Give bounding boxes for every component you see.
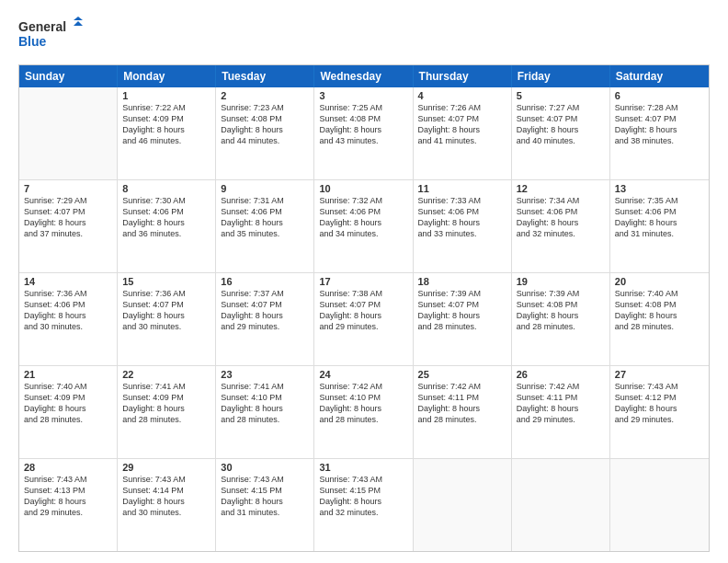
- calendar-cell: 5Sunrise: 7:27 AMSunset: 4:07 PMDaylight…: [512, 87, 610, 179]
- cell-info-line: Sunrise: 7:35 AM: [615, 195, 704, 206]
- day-number: 1: [122, 90, 210, 101]
- cell-info-line: Daylight: 8 hours: [615, 124, 704, 135]
- calendar-cell: [512, 459, 610, 551]
- calendar-cell: 10Sunrise: 7:32 AMSunset: 4:06 PMDayligh…: [314, 180, 413, 272]
- cell-info-line: Sunrise: 7:27 AM: [517, 102, 605, 113]
- cell-info-line: Sunset: 4:10 PM: [319, 392, 407, 403]
- cell-info-line: Sunrise: 7:30 AM: [122, 195, 210, 206]
- calendar-cell: 25Sunrise: 7:42 AMSunset: 4:11 PMDayligh…: [414, 366, 512, 458]
- calendar-cell: 8Sunrise: 7:30 AMSunset: 4:06 PMDaylight…: [118, 180, 216, 272]
- calendar-cell: 15Sunrise: 7:36 AMSunset: 4:07 PMDayligh…: [118, 273, 216, 365]
- cell-info-line: and 28 minutes.: [615, 321, 704, 332]
- calendar-cell: 24Sunrise: 7:42 AMSunset: 4:10 PMDayligh…: [314, 366, 413, 458]
- cell-info-line: Sunrise: 7:29 AM: [24, 195, 112, 206]
- calendar-week-4: 21Sunrise: 7:40 AMSunset: 4:09 PMDayligh…: [19, 366, 709, 459]
- cell-info-line: Daylight: 8 hours: [122, 403, 210, 414]
- cell-info-line: Daylight: 8 hours: [418, 124, 506, 135]
- cell-info-line: Sunrise: 7:43 AM: [319, 474, 407, 485]
- day-number: 7: [24, 183, 112, 194]
- cell-info-line: Daylight: 8 hours: [319, 403, 407, 414]
- cell-info-line: and 28 minutes.: [221, 414, 309, 425]
- svg-text:General: General: [18, 19, 66, 34]
- cell-info-line: Daylight: 8 hours: [122, 217, 210, 228]
- cell-info-line: Sunset: 4:06 PM: [122, 206, 210, 217]
- day-number: 19: [517, 276, 605, 287]
- cell-info-line: Sunset: 4:06 PM: [221, 206, 309, 217]
- cell-info-line: Sunrise: 7:42 AM: [517, 381, 605, 392]
- calendar-cell: [414, 459, 512, 551]
- cell-info-line: Sunset: 4:06 PM: [517, 206, 605, 217]
- cell-info-line: Sunrise: 7:43 AM: [122, 474, 210, 485]
- day-number: 13: [615, 183, 704, 194]
- calendar-cell: 3Sunrise: 7:25 AMSunset: 4:08 PMDaylight…: [314, 87, 413, 179]
- cell-info-line: and 29 minutes.: [319, 321, 407, 332]
- day-number: 9: [221, 183, 309, 194]
- cell-info-line: Daylight: 8 hours: [517, 310, 605, 321]
- day-number: 23: [221, 369, 309, 380]
- day-number: 10: [319, 183, 407, 194]
- cell-info-line: and 32 minutes.: [319, 507, 407, 518]
- cell-info-line: Daylight: 8 hours: [221, 217, 309, 228]
- calendar-cell: 22Sunrise: 7:41 AMSunset: 4:09 PMDayligh…: [118, 366, 216, 458]
- cell-info-line: and 31 minutes.: [615, 228, 704, 239]
- cell-info-line: Sunrise: 7:41 AM: [221, 381, 309, 392]
- cell-info-line: and 35 minutes.: [221, 228, 309, 239]
- cell-info-line: and 30 minutes.: [122, 321, 210, 332]
- cal-header-day: Monday: [118, 65, 216, 87]
- day-number: 17: [319, 276, 407, 287]
- cal-header-day: Friday: [512, 65, 610, 87]
- cell-info-line: Daylight: 8 hours: [24, 217, 112, 228]
- page-header: General Blue: [18, 17, 710, 55]
- calendar-cell: 13Sunrise: 7:35 AMSunset: 4:06 PMDayligh…: [610, 180, 709, 272]
- cell-info-line: Sunset: 4:07 PM: [517, 113, 605, 124]
- cell-info-line: and 41 minutes.: [418, 135, 506, 146]
- calendar-cell: 16Sunrise: 7:37 AMSunset: 4:07 PMDayligh…: [216, 273, 314, 365]
- cell-info-line: Sunset: 4:08 PM: [615, 299, 704, 310]
- cell-info-line: Daylight: 8 hours: [517, 124, 605, 135]
- cell-info-line: Sunset: 4:07 PM: [615, 113, 704, 124]
- calendar-cell: 9Sunrise: 7:31 AMSunset: 4:06 PMDaylight…: [216, 180, 314, 272]
- calendar-cell: 18Sunrise: 7:39 AMSunset: 4:07 PMDayligh…: [414, 273, 512, 365]
- cell-info-line: Sunset: 4:08 PM: [319, 113, 407, 124]
- cell-info-line: Daylight: 8 hours: [24, 310, 112, 321]
- cell-info-line: Sunset: 4:09 PM: [122, 392, 210, 403]
- cell-info-line: and 29 minutes.: [24, 507, 112, 518]
- day-number: 24: [319, 369, 407, 380]
- calendar-cell: 17Sunrise: 7:38 AMSunset: 4:07 PMDayligh…: [314, 273, 413, 365]
- cell-info-line: Sunrise: 7:42 AM: [418, 381, 506, 392]
- cell-info-line: Sunrise: 7:43 AM: [24, 474, 112, 485]
- cell-info-line: Sunset: 4:06 PM: [615, 206, 704, 217]
- cell-info-line: Sunrise: 7:38 AM: [319, 288, 407, 299]
- cell-info-line: Daylight: 8 hours: [615, 403, 704, 414]
- calendar-cell: 30Sunrise: 7:43 AMSunset: 4:15 PMDayligh…: [216, 459, 314, 551]
- cell-info-line: and 28 minutes.: [418, 321, 506, 332]
- cell-info-line: Sunset: 4:09 PM: [122, 113, 210, 124]
- calendar-cell: 2Sunrise: 7:23 AMSunset: 4:08 PMDaylight…: [216, 87, 314, 179]
- calendar-cell: [610, 459, 709, 551]
- cell-info-line: Daylight: 8 hours: [418, 403, 506, 414]
- cell-info-line: Sunset: 4:06 PM: [319, 206, 407, 217]
- cell-info-line: and 29 minutes.: [615, 414, 704, 425]
- day-number: 28: [24, 462, 112, 473]
- day-number: 27: [615, 369, 704, 380]
- cell-info-line: Daylight: 8 hours: [319, 496, 407, 507]
- cell-info-line: Daylight: 8 hours: [319, 217, 407, 228]
- day-number: 5: [517, 90, 605, 101]
- day-number: 2: [221, 90, 309, 101]
- cell-info-line: Daylight: 8 hours: [517, 403, 605, 414]
- cell-info-line: Daylight: 8 hours: [24, 496, 112, 507]
- cell-info-line: Sunset: 4:13 PM: [24, 485, 112, 496]
- calendar-cell: 11Sunrise: 7:33 AMSunset: 4:06 PMDayligh…: [414, 180, 512, 272]
- cell-info-line: Sunrise: 7:39 AM: [517, 288, 605, 299]
- day-number: 15: [122, 276, 210, 287]
- cell-info-line: and 38 minutes.: [615, 135, 704, 146]
- calendar-cell: 6Sunrise: 7:28 AMSunset: 4:07 PMDaylight…: [610, 87, 709, 179]
- cell-info-line: Sunset: 4:06 PM: [418, 206, 506, 217]
- cell-info-line: Daylight: 8 hours: [517, 217, 605, 228]
- cell-info-line: Sunrise: 7:33 AM: [418, 195, 506, 206]
- cell-info-line: and 34 minutes.: [319, 228, 407, 239]
- day-number: 16: [221, 276, 309, 287]
- day-number: 29: [122, 462, 210, 473]
- cell-info-line: Sunset: 4:07 PM: [418, 113, 506, 124]
- cell-info-line: and 33 minutes.: [418, 228, 506, 239]
